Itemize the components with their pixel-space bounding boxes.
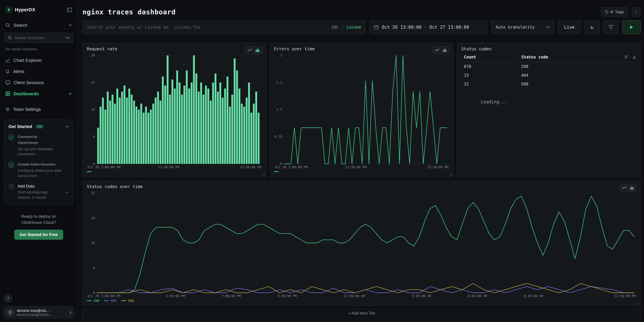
step-desc: Configure where your data comes from	[18, 168, 62, 178]
line-chart-icon[interactable]	[247, 48, 253, 52]
tile-title: Status codes	[461, 46, 636, 51]
sidebar-item-client-sessions[interactable]: Client Sessions	[0, 77, 77, 88]
bar-chart-icon[interactable]	[254, 48, 260, 52]
column-header-status-code[interactable]: Status code	[517, 55, 620, 60]
count-cell: 32	[461, 82, 517, 86]
step-title: Connect to ClickHouse	[18, 134, 50, 146]
legend-dash	[104, 300, 109, 301]
tile-status-codes: Status codes Count Status code 870200334…	[457, 43, 640, 177]
chevron-up-icon[interactable]	[66, 126, 69, 128]
run-query-button[interactable]	[622, 20, 640, 34]
granularity-value: Auto Granularity	[496, 25, 535, 30]
chevron-up-icon[interactable]	[68, 24, 72, 26]
chart-legend	[87, 169, 262, 174]
line-chart-icon[interactable]	[434, 48, 440, 52]
sidebar-item-dashboards[interactable]: Dashboards	[0, 88, 77, 99]
sidebar-item-alerts[interactable]: Alerts	[0, 66, 77, 77]
live-button[interactable]: Live	[558, 20, 580, 34]
search-icon	[6, 23, 10, 28]
resize-handle[interactable]	[636, 302, 640, 305]
date-range-value: Oct 26 13:00:00 - Oct 27 13:00:00	[382, 25, 469, 30]
granularity-select[interactable]: Auto Granularity	[491, 20, 554, 34]
table-row[interactable]: 33404	[461, 71, 636, 80]
legend-item[interactable]: 500	[121, 299, 134, 303]
gear-icon: ⚙	[6, 106, 10, 112]
count-cell: 33	[461, 73, 517, 78]
sidebar-item-label: Team Settings	[13, 107, 41, 112]
resize-handle[interactable]	[450, 173, 452, 176]
chart-type-toggle	[619, 184, 637, 192]
legend-item[interactable]: 200	[87, 299, 99, 303]
svg-text:24: 24	[91, 216, 95, 220]
svg-text:36: 36	[91, 54, 95, 57]
sidebar-item-label: Client Sessions	[14, 80, 44, 85]
get-started-free-button[interactable]: Get Started for Free	[14, 230, 63, 240]
sidebar-item-chart-explorer[interactable]: Chart Explorer	[0, 55, 77, 66]
resize-handle[interactable]	[262, 173, 265, 176]
check-circle-icon	[8, 162, 14, 168]
sidebar-search-label: Search	[14, 23, 27, 28]
tags-button[interactable]: 0 Tags	[601, 7, 628, 17]
chevron-down-icon[interactable]	[68, 93, 72, 95]
loading-text: Loading...	[481, 99, 636, 104]
divider: |	[342, 25, 344, 30]
search-input[interactable]	[87, 25, 328, 30]
table-row[interactable]: 32500	[461, 80, 636, 88]
table-settings-icon[interactable]	[624, 55, 629, 59]
table-row[interactable]: 870200	[461, 62, 636, 71]
svg-text:11:30:00 PM: 11:30:00 PM	[158, 165, 179, 169]
svg-text:16: 16	[91, 241, 95, 245]
filter-button[interactable]	[604, 20, 618, 34]
app-logo-row: HyperDX	[0, 0, 77, 20]
request-rate-chart[interactable]: 09182736Oct 26 1:00:00 PM11:30:00 PM12:3…	[87, 53, 262, 169]
help-button[interactable]: ?	[4, 294, 12, 302]
step-number-badge: 3	[8, 184, 14, 190]
svg-text:3:30:00 AM: 3:30:00 AM	[412, 294, 431, 298]
get-started-step-sources[interactable]: Create Data Sources Configure where your…	[8, 162, 69, 178]
page-title: nginx traces dashboard	[82, 8, 176, 16]
sidebar-item-search[interactable]: Search	[0, 20, 77, 31]
status-code-cell: 404	[517, 73, 636, 78]
column-header-count[interactable]: Count	[461, 55, 517, 60]
bar-chart-icon[interactable]	[442, 48, 448, 52]
legend-dash	[121, 300, 126, 301]
tile-status-codes-over-time: Status codes over time 08162432Oct 26 1:…	[82, 180, 640, 306]
event-search-bar[interactable]: SQL | Lucene	[82, 20, 366, 34]
cloud-deploy-text: Ready to deploy on ClickHouse Cloud?	[0, 213, 77, 226]
svg-text:12:30:00 AM: 12:30:00 AM	[344, 294, 365, 298]
download-icon[interactable]	[632, 55, 636, 59]
sidebar-item-team-settings[interactable]: ⚙ Team Settings	[0, 104, 77, 115]
app-name: HyperDX	[15, 7, 35, 12]
svg-text:0.75: 0.75	[274, 135, 282, 138]
status-over-time-chart[interactable]: 08162432Oct 26 1:00:00 PM4:30:00 PM7:00:…	[87, 190, 636, 298]
tile-errors-over-time: Errors over time 00.751.52.33Oct 26 1:00…	[270, 43, 454, 177]
saved-searches-input[interactable]: Saved Searches ⌘K	[4, 33, 73, 43]
step-desc: Start sending logs, metrics, or traces	[18, 190, 58, 200]
tile-title: Request rate	[87, 46, 262, 51]
line-chart-icon[interactable]	[621, 186, 628, 190]
get-started-card: Get Started 2/3 Connect to ClickHouse Se…	[4, 120, 73, 204]
legend-dash	[87, 171, 92, 172]
get-started-step-add-data[interactable]: 3 Add Data Start sending logs, metrics, …	[8, 183, 69, 200]
more-options-button[interactable]: ⋮	[632, 7, 640, 17]
legend-item[interactable]: 404	[104, 299, 116, 303]
status-code-cell: 500	[517, 82, 636, 86]
get-started-step-connect[interactable]: Connect to ClickHouse Set up your databa…	[8, 134, 69, 157]
add-new-tile-button[interactable]: + Add New Tile	[82, 309, 640, 322]
user-menu[interactable]: D dominic.tran@clic... dominic.tran@clic…	[3, 306, 75, 319]
tile-request-rate: Request rate 09182736Oct 26 1:00:00 PM11…	[82, 43, 266, 177]
chevron-down-icon	[546, 26, 550, 28]
errors-chart[interactable]: 00.751.52.33Oct 26 1:00:00 PM11:30:00 PM…	[274, 53, 449, 169]
sql-mode-toggle[interactable]: SQL	[331, 25, 338, 30]
refresh-button[interactable]: ↻	[584, 20, 600, 34]
check-circle-icon	[8, 134, 14, 140]
date-range-picker[interactable]: Oct 26 13:00:00 - Oct 27 13:00:00	[370, 20, 487, 34]
svg-text:8:30:00 AM: 8:30:00 AM	[524, 294, 543, 298]
lucene-mode-toggle[interactable]: Lucene	[346, 25, 361, 30]
bar-chart-icon[interactable]	[629, 186, 635, 190]
tile-title: Errors over time	[274, 46, 449, 51]
svg-text:Oct 26 1:00:00 PM: Oct 26 1:00:00 PM	[88, 294, 120, 298]
collapse-sidebar-icon[interactable]	[67, 8, 72, 12]
svg-text:2.3: 2.3	[276, 80, 282, 84]
svg-text:4:30:00 PM: 4:30:00 PM	[166, 294, 185, 298]
